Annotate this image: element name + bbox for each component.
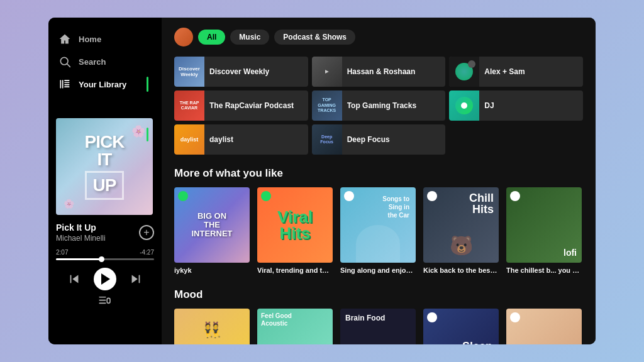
search-icon (58, 55, 71, 68)
sidebar-item-search[interactable]: Search (48, 50, 162, 73)
svg-rect-9 (70, 275, 72, 283)
total-time: -4:27 (140, 249, 154, 256)
queue-button[interactable] (56, 297, 154, 307)
section-more: More of what you like BIG ONTHEINTERNET … (174, 167, 583, 276)
card-brainfood[interactable]: Brain Food 🧠 Brain Food (340, 309, 416, 344)
spotify-dot-lofi (510, 191, 520, 201)
quick-thumb-dw: DiscoverWeekly (174, 57, 204, 87)
skip-back-button[interactable] (67, 272, 81, 286)
sidebar-item-home[interactable]: Home (48, 28, 162, 50)
quick-thumb-alexsam (449, 57, 479, 87)
filter-pill-music[interactable]: Music (230, 30, 269, 45)
sidebar-item-library[interactable]: Your Library (48, 73, 162, 96)
card-viral[interactable]: ViralHits Viral, trending and taking off… (257, 187, 333, 276)
card-img-haveg: 👱‍♀️ (506, 309, 582, 344)
quick-item-alexsam[interactable]: Alex + Sam (449, 57, 583, 87)
quick-item-rapcaviar[interactable]: THE RAPCAVIAR The RapCaviar Podcast (174, 90, 308, 121)
filter-pill-podcast[interactable]: Podcast & Shows (274, 30, 355, 45)
quick-label-rapcaviar: The RapCaviar Podcast (209, 101, 308, 110)
card-row-mood: Good Vibes 👯 Good Vibes Feel GoodAcousti… (174, 309, 583, 344)
card-lofi[interactable]: lofi The chillest b... you relax, stu... (506, 187, 582, 276)
card-img-goodvibes: Good Vibes 👯 (174, 309, 250, 344)
svg-rect-6 (64, 84, 69, 85)
library-label: Your Library (79, 80, 126, 89)
track-artist: Michael Minelli (56, 234, 106, 243)
section-mood: Mood Good Vibes 👯 Good Vibes Feel GoodAc (174, 288, 583, 344)
spotify-dot-sleep (427, 312, 437, 322)
svg-rect-4 (64, 80, 69, 81)
card-img-viral: ViralHits (257, 187, 333, 263)
progress-bar[interactable] (56, 258, 154, 260)
quick-label-topgaming: Top Gaming Tracks (347, 101, 446, 110)
card-img-feelgood: Feel GoodAcoustic 🎸 (257, 309, 333, 344)
quick-label-dj: DJ (484, 101, 583, 110)
quick-label-hassan: Hassan & Roshaan (347, 67, 446, 76)
card-img-singalong: Songs toSing inthe Car (340, 187, 416, 263)
card-feelgood[interactable]: Feel GoodAcoustic 🎸 Feel Good Acoustic (257, 309, 333, 344)
quick-item-dw[interactable]: DiscoverWeekly Discover Weekly (174, 57, 308, 87)
card-img-brainfood: Brain Food 🧠 (340, 309, 416, 344)
card-img-lofi: lofi (506, 187, 582, 263)
svg-rect-3 (62, 80, 64, 88)
section-mood-title: Mood (174, 288, 583, 301)
quick-item-daylist[interactable]: daylist daylist (174, 124, 308, 155)
library-icon (58, 78, 71, 90)
quick-picks-grid: DiscoverWeekly Discover Weekly ▶ Hassan … (174, 57, 583, 155)
quick-label-deepfocus: Deep Focus (347, 135, 446, 144)
quick-label-dw: Discover Weekly (209, 67, 308, 76)
spotify-dot-haveg (510, 312, 520, 322)
svg-marker-10 (132, 275, 138, 283)
filter-pill-all[interactable]: All (198, 30, 225, 45)
svg-rect-7 (64, 86, 69, 87)
sidebar: Home Search (48, 18, 162, 344)
quick-item-dj[interactable]: DJ (449, 90, 583, 121)
album-section: PICK IT UP 🌸 🌸 Pick It Up Michael Minell… (48, 111, 162, 344)
play-button[interactable] (94, 268, 116, 290)
skip-forward-button[interactable] (129, 272, 143, 286)
quick-item-deepfocus[interactable]: DeepFocus Deep Focus (312, 124, 446, 155)
quick-label-daylist: daylist (209, 135, 308, 144)
spotify-dot-chillhits (427, 191, 437, 201)
spotify-dot-iykyk (178, 191, 188, 201)
card-title-chillhits: Kick back to the best new and recent chi… (423, 266, 499, 274)
quick-thumb-daylist: daylist (174, 124, 204, 155)
add-to-library-button[interactable]: + (139, 225, 154, 240)
svg-rect-11 (139, 275, 140, 283)
card-row-more: BIG ONTHEINTERNET iykyk ViralHits Viral,… (174, 187, 583, 276)
card-title-iykyk: iykyk (174, 266, 250, 274)
card-img-chillhits: ChillHits 🐻 (423, 187, 499, 263)
svg-rect-13 (99, 300, 106, 301)
user-avatar[interactable] (174, 28, 193, 47)
card-sleep[interactable]: Sleep Sleep (423, 309, 499, 344)
svg-rect-5 (64, 82, 69, 84)
active-indicator (147, 128, 148, 141)
card-img-sleep: Sleep (423, 309, 499, 344)
play-icon (101, 273, 110, 285)
section-more-title: More of what you like (174, 167, 583, 180)
progress-section: 2:07 -4:27 (56, 249, 154, 260)
quick-item-topgaming[interactable]: TOPGAMINGTRACKS Top Gaming Tracks (312, 90, 446, 121)
playback-controls (56, 268, 154, 290)
track-title: Pick It Up (56, 222, 106, 233)
current-time: 2:07 (56, 249, 68, 256)
sidebar-nav: Home Search (48, 18, 162, 101)
quick-item-hassan[interactable]: ▶ Hassan & Roshaan (312, 57, 446, 87)
card-iykyk[interactable]: BIG ONTHEINTERNET iykyk (174, 187, 250, 276)
quick-label-alexsam: Alex + Sam (484, 67, 583, 76)
card-goodvibes[interactable]: Good Vibes 👯 Good Vibes (174, 309, 250, 344)
svg-rect-15 (107, 298, 110, 303)
spotify-dot-viral (261, 191, 271, 201)
card-chillhits[interactable]: ChillHits 🐻 Kick back to the best new an… (423, 187, 499, 276)
progress-fill (56, 258, 102, 260)
card-title-singalong: Sing along and enjoy the drive.... (340, 266, 416, 274)
svg-line-1 (67, 64, 70, 67)
album-art: PICK IT UP 🌸 🌸 (56, 118, 153, 215)
card-haveg[interactable]: 👱‍♀️ Have a G... (506, 309, 582, 344)
quick-thumb-rapcaviar: THE RAPCAVIAR (174, 90, 204, 121)
card-singalong[interactable]: Songs toSing inthe Car Sing along and en… (340, 187, 416, 276)
progress-times: 2:07 -4:27 (56, 249, 154, 256)
home-label: Home (79, 35, 101, 44)
quick-thumb-deepfocus: DeepFocus (312, 124, 342, 155)
svg-rect-14 (99, 303, 106, 304)
spotify-dot-singalong (344, 191, 354, 201)
